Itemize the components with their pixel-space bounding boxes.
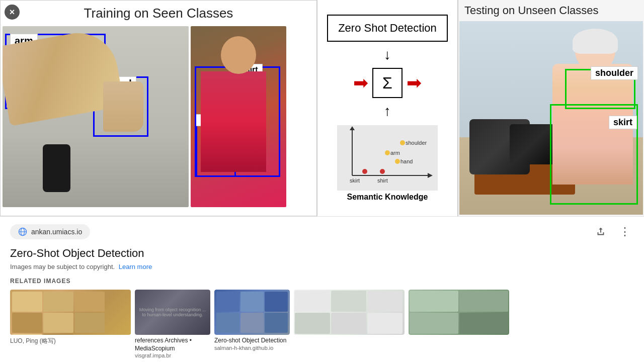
related-item-4[interactable] <box>294 290 405 358</box>
sigma-symbol: Σ <box>382 74 392 93</box>
svg-text:skirt: skirt <box>350 177 360 184</box>
related-images-row: LUO, Ping (略写) Moving from object recogn… <box>10 290 634 358</box>
related-thumb-2: Moving from object recognition ... to hu… <box>135 290 210 335</box>
related-caption-3: Zero-shot Object Detection <box>214 337 290 345</box>
share-icon <box>595 226 606 237</box>
related-thumb-5 <box>409 290 509 335</box>
svg-point-10 <box>362 169 367 174</box>
right-panel: Testing on Unseen Classes shoulder skirt <box>458 0 644 216</box>
related-item-3[interactable]: Zero-shot Object Detection salman-h-khan… <box>214 290 290 358</box>
url-text: ankan.umiacs.io <box>31 228 82 236</box>
svg-marker-3 <box>350 126 355 130</box>
related-source-2: visgraf.impa.br <box>135 352 210 358</box>
related-item-5[interactable] <box>409 290 509 358</box>
right-panel-title: Testing on Unseen Classes <box>458 0 644 21</box>
related-caption-2: references Archives • MediaScopium <box>135 337 210 352</box>
share-button[interactable] <box>592 223 610 241</box>
svg-text:hand: hand <box>400 158 413 164</box>
left-images-container: arm hand hand shirt <box>1 26 316 215</box>
more-icon: ⋮ <box>619 225 631 238</box>
zsd-title-box: Zero Shot Detection <box>327 15 448 42</box>
scene2-image: hand shirt <box>191 26 286 207</box>
copyright-text: Images may be subject to copyright. Lear… <box>10 263 634 270</box>
related-caption-1: LUO, Ping (略写) <box>10 337 86 345</box>
close-button[interactable]: × <box>5 5 20 20</box>
close-icon: × <box>10 7 15 18</box>
related-thumb-1 <box>10 290 131 335</box>
svg-point-6 <box>385 150 390 155</box>
semantic-chart-svg: shoulder arm hand skirt shirt <box>337 125 438 191</box>
semantic-knowledge-label: Semantic Knowledge <box>347 193 428 202</box>
svg-text:arm: arm <box>390 150 400 156</box>
globe-icon <box>18 227 27 236</box>
shoulder-label: shoulder <box>591 66 638 80</box>
related-item-2[interactable]: Moving from object recognition ... to hu… <box>135 290 210 358</box>
svg-text:shirt: shirt <box>377 177 388 184</box>
url-bar: ankan.umiacs.io ⋮ <box>10 223 634 241</box>
related-source-3: salman-h-khan.github.io <box>214 345 290 351</box>
related-images-label: RELATED IMAGES <box>10 278 634 285</box>
related-item-1[interactable]: LUO, Ping (略写) <box>10 290 131 358</box>
red-arrow-right: ➡ <box>407 74 422 92</box>
svg-point-8 <box>395 159 400 164</box>
learn-more-link[interactable]: Learn more <box>119 263 152 270</box>
more-button[interactable]: ⋮ <box>616 223 634 241</box>
sigma-box: Σ <box>372 68 403 98</box>
bottom-section: ankan.umiacs.io ⋮ Zero-Shot Object Detec… <box>0 216 644 362</box>
action-icons: ⋮ <box>592 223 634 241</box>
red-arrow-left: ➡ <box>353 74 368 92</box>
related-thumb-3 <box>214 290 290 335</box>
svg-marker-2 <box>428 173 433 178</box>
middle-panel: Zero Shot Detection ↓ ➡ Σ ➡ ↑ shoulder <box>317 0 458 216</box>
url-pill[interactable]: ankan.umiacs.io <box>10 224 90 239</box>
arrow-down-2: ↑ <box>384 104 391 118</box>
arrows-sigma-row: ➡ Σ ➡ <box>353 66 422 100</box>
svg-text:shoulder: shoulder <box>406 140 427 146</box>
left-panel: × Training on Seen Classes arm hand <box>0 0 317 216</box>
copyright-main: Images may be subject to copyright. <box>10 263 115 270</box>
svg-point-12 <box>380 169 385 174</box>
semantic-knowledge-box: shoulder arm hand skirt shirt <box>337 125 438 191</box>
top-section: × Training on Seen Classes arm hand <box>0 0 644 216</box>
arrow-down-1: ↓ <box>384 48 391 62</box>
svg-point-4 <box>400 140 405 145</box>
page-title: Zero-Shot Object Detection <box>10 247 634 260</box>
skirt-label: skirt <box>609 116 637 129</box>
left-panel-title: Training on Seen Classes <box>1 1 316 26</box>
scene1-image: arm hand <box>3 26 189 207</box>
related-thumb-4 <box>294 290 405 335</box>
right-panel-image: shoulder skirt <box>459 21 643 215</box>
